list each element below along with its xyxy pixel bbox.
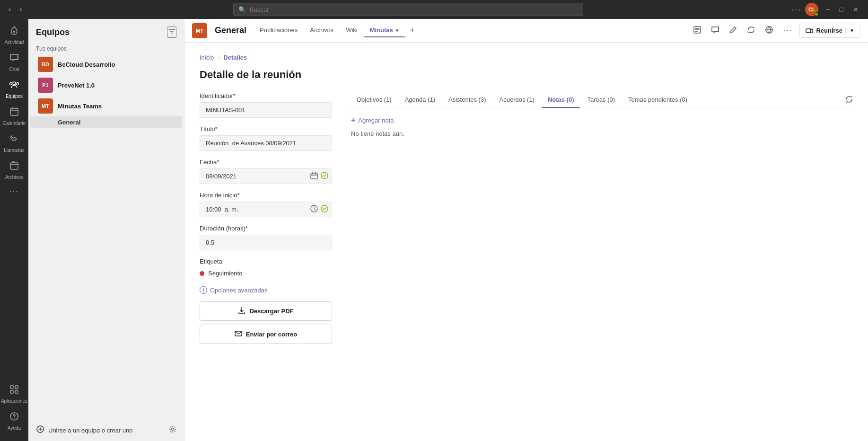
date-check-icon	[321, 172, 328, 181]
team-item-prevenet[interactable]: P1 PreveNet 1.0 ···	[30, 75, 182, 96]
equipos-label: Equipos	[6, 94, 23, 99]
reunirse-button[interactable]: Reunirse ▼	[799, 24, 860, 38]
archivos-label: Archivos	[5, 175, 23, 180]
sidebar-footer: Unirse a un equipo o crear uno	[28, 419, 184, 441]
identificador-input[interactable]	[200, 102, 332, 118]
add-nota-button[interactable]: + Agregar nota	[351, 116, 853, 124]
breadcrumb-inicio[interactable]: Inicio	[200, 54, 214, 61]
more-options-button[interactable]: ···	[791, 5, 801, 15]
team-name-minutas: Minutas Teams	[58, 103, 164, 110]
chat-icon	[9, 53, 19, 65]
team-avatar-minutas: MT	[38, 98, 53, 114]
tab-tareas[interactable]: Tareas (0)	[582, 92, 621, 108]
opciones-avanzadas-link[interactable]: i Opciones avanzadas	[200, 286, 332, 294]
tab-agenda[interactable]: Agenda (1)	[399, 92, 441, 108]
tab-archivos[interactable]: Archivos	[304, 24, 339, 37]
svg-point-1	[13, 82, 16, 85]
identificador-field: Identificador*	[200, 92, 332, 118]
sidebar-item-archivos[interactable]: Archivos	[2, 158, 26, 183]
team-avatar-becloud: BD	[38, 57, 53, 72]
channel-header-avatar: MT	[192, 23, 207, 38]
edit-action-button[interactable]	[726, 23, 740, 39]
archivos-icon	[9, 160, 19, 173]
svg-point-13	[172, 428, 174, 431]
team-item-minutas[interactable]: MT Minutas Teams ···	[30, 96, 182, 116]
settings-button[interactable]	[169, 425, 176, 435]
search-bar[interactable]: 🔍	[233, 3, 583, 16]
reunirse-chevron[interactable]: ▼	[845, 28, 854, 33]
filter-button[interactable]	[167, 26, 176, 38]
calendario-label: Calendario	[3, 121, 26, 126]
duracion-input[interactable]	[200, 235, 332, 250]
channel-item-general[interactable]: General	[30, 116, 182, 128]
sidebar-item-mas[interactable]: ···	[2, 185, 26, 199]
join-icon	[36, 425, 44, 435]
notes-action-button[interactable]	[690, 23, 704, 39]
page-title: Detalle de la reunión	[200, 69, 853, 81]
identificador-label: Identificador*	[200, 92, 332, 99]
team-item-becloud[interactable]: BD BeCloud Desarrollo ···	[30, 54, 182, 75]
breadcrumb-detalles: Detalles	[223, 54, 247, 61]
info-icon: i	[200, 286, 207, 294]
forward-button[interactable]: ›	[17, 3, 25, 16]
sidebar-item-chat[interactable]: Chat	[2, 50, 26, 75]
tab-objetivos[interactable]: Objetivos (1)	[351, 92, 397, 108]
fecha-input-wrapper	[200, 168, 332, 184]
enviar-correo-button[interactable]: Enviar por correo	[200, 325, 332, 344]
ayuda-label: Ayuda	[8, 425, 21, 431]
nav-buttons: ‹ ›	[6, 3, 25, 16]
minimize-button[interactable]: −	[822, 5, 833, 14]
two-col-layout: Identificador* Título* Fecha*	[200, 92, 853, 348]
etiqueta-field: Etiqueta Seguimiento	[200, 258, 332, 279]
detail-tabs: Objetivos (1) Agenda (1) Asistentes (3) …	[351, 92, 853, 108]
tab-asistentes[interactable]: Asistentes (3)	[443, 92, 491, 108]
sidebar-item-llamadas[interactable]: Llamadas	[2, 131, 26, 156]
add-nota-plus-icon: +	[351, 116, 355, 124]
tab-acuerdos[interactable]: Acuerdos (1)	[494, 92, 540, 108]
maximize-button[interactable]: □	[836, 5, 847, 14]
join-team-button[interactable]: Unirse a un equipo o crear uno	[36, 425, 133, 435]
refresh-notas-button[interactable]	[845, 92, 853, 108]
tab-minutas[interactable]: Minutas ▼	[364, 24, 405, 37]
sidebar-item-calendario[interactable]: Calendario	[2, 104, 26, 129]
svg-point-0	[13, 31, 15, 33]
more-action-button[interactable]: ···	[780, 23, 796, 38]
refresh-action-button[interactable]	[744, 23, 758, 39]
descargar-pdf-button[interactable]: Descargar PDF	[200, 301, 332, 321]
ayuda-icon	[9, 411, 19, 424]
sidebar-item-aplicaciones[interactable]: Aplicaciones	[2, 381, 26, 406]
back-button[interactable]: ‹	[6, 3, 14, 16]
page-content: Inicio › Detalles Detalle de la reunión …	[184, 43, 868, 441]
tab-temas[interactable]: Temas pendientes (0)	[623, 92, 693, 108]
actividad-label: Actividad	[5, 40, 24, 45]
titulo-input[interactable]	[200, 135, 332, 151]
sidebar-header: Equipos	[28, 19, 184, 42]
left-rail: Actividad Chat Equipos	[0, 19, 28, 441]
join-team-label: Unirse a un equipo o crear uno	[48, 427, 133, 434]
search-input[interactable]	[250, 6, 578, 13]
tab-publicaciones[interactable]: Publicaciones	[254, 24, 303, 37]
chat-action-button[interactable]	[708, 23, 722, 39]
add-tab-button[interactable]: +	[406, 24, 419, 37]
tab-notas[interactable]: Notas (0)	[542, 92, 580, 108]
minutas-tab-chevron: ▼	[395, 28, 399, 33]
svg-rect-8	[10, 390, 13, 393]
user-avatar[interactable]: CL	[805, 3, 818, 16]
form-column: Identificador* Título* Fecha*	[200, 92, 332, 348]
download-icon	[238, 307, 245, 316]
hora-icons	[310, 205, 328, 214]
channel-header: MT General Publicaciones Archivos Wiki M…	[184, 19, 868, 43]
sidebar-item-equipos[interactable]: Equipos	[2, 77, 26, 102]
globe-action-button[interactable]	[762, 23, 776, 39]
titulo-field: Título*	[200, 125, 332, 151]
header-actions: ··· Reunirse ▼	[690, 23, 860, 39]
sidebar-item-actividad[interactable]: Actividad	[2, 23, 26, 48]
tab-wiki[interactable]: Wiki	[340, 24, 363, 37]
close-button[interactable]: ✕	[849, 5, 862, 14]
main-content: MT General Publicaciones Archivos Wiki M…	[184, 19, 868, 441]
svg-rect-16	[806, 29, 811, 33]
calendar-icon[interactable]	[310, 172, 318, 181]
llamadas-label: Llamadas	[4, 148, 24, 153]
sidebar-item-ayuda[interactable]: Ayuda	[2, 408, 26, 433]
clock-icon[interactable]	[310, 205, 318, 214]
